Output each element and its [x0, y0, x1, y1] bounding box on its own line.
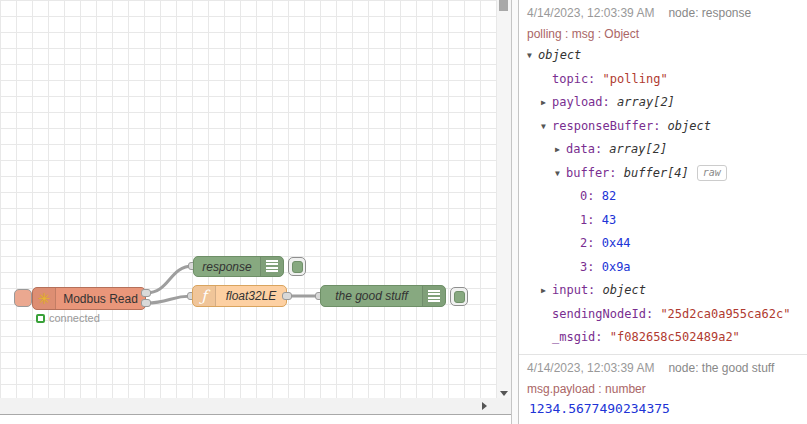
debug-key: topic:: [552, 72, 603, 86]
node-label: Modbus Read: [56, 288, 145, 309]
debug-key: 0:: [580, 189, 602, 203]
vertical-scrollbar-thumb[interactable]: [499, 0, 508, 11]
node-label: response: [194, 257, 260, 276]
debug-message-meta: 4/14/2023, 12:03:39 AMnode: the good stu…: [525, 361, 801, 375]
debug-timestamp: 4/14/2023, 12:03:39 AM: [527, 6, 654, 20]
node-modbus-read[interactable]: ✳ Modbus Read: [32, 287, 146, 310]
debug-value-string: "polling": [603, 72, 668, 86]
debug-payload-value: 1234.5677490234375: [525, 396, 801, 420]
node-float32le[interactable]: ƒ float32LE: [192, 285, 287, 307]
wire-modbus-to-function[interactable]: [146, 296, 192, 303]
debug-message: 4/14/2023, 12:03:39 AMnode: response pol…: [519, 0, 807, 355]
modbus-node-button[interactable]: [14, 289, 32, 307]
debug-tree-row: 0: 82: [525, 185, 801, 209]
debug-key: data:: [566, 142, 609, 156]
node-label: float32LE: [216, 286, 286, 306]
sidebar-splitter[interactable]: [511, 0, 519, 424]
debug-toggle-indicator: [454, 291, 465, 303]
expand-arrow-icon[interactable]: ▶: [555, 138, 566, 162]
debug-sidebar: 4/14/2023, 12:03:39 AMnode: response pol…: [519, 0, 807, 424]
flow-canvas[interactable]: ✳ Modbus Read connected response ƒ float…: [0, 0, 497, 398]
debug-icon-region: [260, 257, 283, 276]
function-output-port[interactable]: [282, 292, 292, 300]
modbus-output-port-1[interactable]: [141, 289, 151, 297]
expand-arrow-icon[interactable]: ▶: [541, 279, 552, 303]
debug-message-path: msg.payload : number: [525, 382, 801, 396]
debug-key: _msgid:: [552, 330, 610, 344]
debug-node-name: node: response: [668, 6, 751, 20]
debug-value-number: 82: [602, 189, 616, 203]
debug-key: 3:: [580, 260, 602, 274]
node-label: the good stuff: [321, 286, 422, 306]
debug-value-number: 0x44: [602, 236, 631, 250]
debug-toggle-indicator: [292, 261, 303, 273]
debug-value-type: object: [603, 283, 646, 297]
debug-value-string: "f082658c502489a2": [610, 330, 740, 344]
status-connected-icon: [36, 314, 45, 323]
collapse-arrow-icon[interactable]: ▼: [527, 44, 538, 68]
debug-tree-row: ▼buffer: buffer[4]raw: [525, 162, 801, 186]
debug-tree-row: 1: 43: [525, 209, 801, 233]
collapse-arrow-icon[interactable]: ▼: [541, 115, 552, 139]
debug-value-type: object: [668, 119, 711, 133]
canvas-horizontal-scrollbar[interactable]: [0, 398, 511, 415]
status-text: connected: [49, 312, 100, 324]
debug-key: payload:: [552, 95, 617, 109]
debug-value-type: buffer[4]: [624, 166, 689, 180]
debug-tree-row: ▶payload: array[2]: [525, 91, 801, 115]
response-debug-toggle[interactable]: [288, 257, 306, 276]
node-the-good-stuff[interactable]: the good stuff: [320, 285, 446, 307]
debug-icon-region: [422, 286, 445, 306]
debug-tree-row: ▶input: object: [525, 279, 801, 303]
debug-value-string: "25d2ca0a955ca62c": [660, 307, 790, 321]
debug-key: input:: [552, 283, 603, 297]
modbus-icon: ✳: [38, 291, 51, 306]
debug-node-name: node: the good stuff: [668, 361, 774, 375]
canvas-vertical-scrollbar[interactable]: [497, 0, 511, 398]
scroll-down-arrow-icon[interactable]: [500, 391, 508, 396]
scroll-right-arrow-icon[interactable]: [482, 402, 487, 410]
modbus-output-port-2[interactable]: [141, 299, 151, 307]
modbus-icon-region: ✳: [33, 288, 56, 309]
debug-tree-row: _msgid: "f082658c502489a2": [525, 326, 801, 350]
debug-tree-row: sendingNodeId: "25d2ca0a955ca62c": [525, 303, 801, 327]
debug-key: responseBuffer:: [552, 119, 668, 133]
debug-value-number: 43: [602, 213, 616, 227]
debug-value-type: object: [538, 48, 581, 62]
debug-tree-row: ▼responseBuffer: object: [525, 115, 801, 139]
node-status: connected: [36, 312, 100, 324]
debug-value-number: 0x9a: [602, 260, 631, 274]
expand-arrow-icon[interactable]: ▶: [541, 91, 552, 115]
debug-tree-row: 3: 0x9a: [525, 256, 801, 280]
debug-key: 1:: [580, 213, 602, 227]
debug-list-icon: [428, 290, 440, 303]
debug-tree: ▼objecttopic: "polling"▶payload: array[2…: [525, 44, 801, 350]
debug-key: buffer:: [566, 166, 624, 180]
debug-value-type: array[2]: [617, 95, 675, 109]
debug-message-path: polling : msg : Object: [525, 27, 801, 41]
debug-message: 4/14/2023, 12:03:39 AMnode: the good stu…: [519, 355, 807, 424]
debug-key: sendingNodeId:: [552, 307, 660, 321]
debug-timestamp: 4/14/2023, 12:03:39 AM: [527, 361, 654, 375]
node-response[interactable]: response: [193, 256, 284, 277]
collapse-arrow-icon[interactable]: ▼: [555, 162, 566, 186]
debug-tree-row: 2: 0x44: [525, 232, 801, 256]
debug-tree-row: ▼object: [525, 44, 801, 68]
debug-key: 2:: [580, 236, 602, 250]
goodstuff-debug-toggle[interactable]: [450, 287, 468, 306]
function-icon-region: ƒ: [193, 286, 216, 306]
raw-button[interactable]: raw: [697, 165, 727, 181]
debug-value-type: array[2]: [609, 142, 667, 156]
function-icon: ƒ: [201, 287, 207, 305]
debug-message-meta: 4/14/2023, 12:03:39 AMnode: response: [525, 6, 801, 20]
wire-modbus-to-response[interactable]: [146, 266, 193, 293]
debug-tree-row: ▶data: array[2]: [525, 138, 801, 162]
debug-tree-row: topic: "polling": [525, 68, 801, 92]
debug-list-icon: [266, 260, 278, 273]
node-red-window: ✳ Modbus Read connected response ƒ float…: [0, 0, 807, 424]
wire-layer: [0, 0, 497, 398]
